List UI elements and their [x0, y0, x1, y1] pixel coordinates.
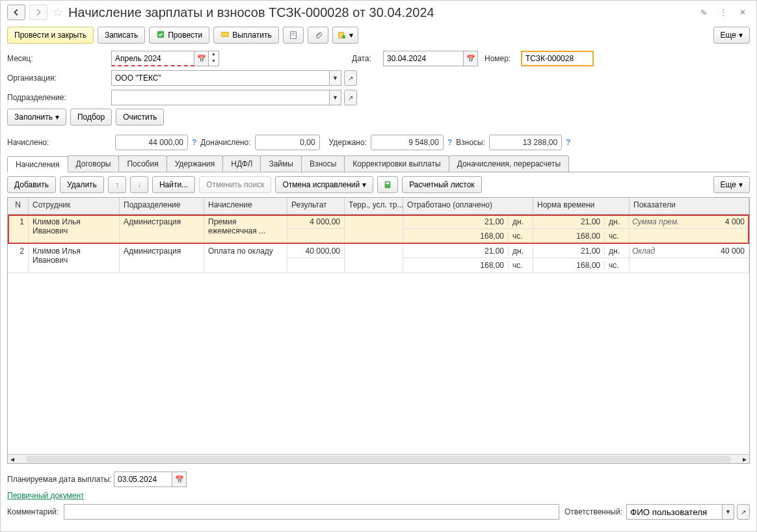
more-menu-icon[interactable]: ⋮ [716, 5, 730, 20]
attach-button[interactable] [308, 27, 328, 44]
comment-input[interactable] [64, 504, 559, 520]
create-based-button[interactable]: ▾ [332, 27, 358, 44]
svg-rect-1 [222, 32, 229, 36]
pay-icon [220, 30, 230, 41]
number-input[interactable] [521, 51, 594, 66]
report-button[interactable] [283, 27, 304, 44]
window-header: ☆ Начисление зарплаты и взносов ТСЗК-000… [1, 1, 756, 24]
dept-select-icon[interactable]: ▼ [330, 90, 341, 105]
withheld-label: Удержано: [329, 138, 367, 147]
planned-date-label: Планируемая дата выплаты: [7, 475, 114, 484]
col-worked[interactable]: Отработано (оплачено) [403, 198, 533, 214]
move-up-button[interactable]: ↑ [108, 176, 126, 193]
org-select-icon[interactable]: ▼ [330, 70, 341, 86]
month-input[interactable] [111, 51, 194, 66]
grid-horizontal-scrollbar[interactable]: ◂ ▸ [8, 454, 749, 463]
col-dept[interactable]: Подразделение [120, 198, 204, 214]
svg-rect-7 [385, 181, 391, 189]
tab-3[interactable]: Удержания [166, 155, 224, 172]
comment-label: Комментарий: [7, 507, 59, 516]
table-row[interactable]: 2Климов Илья ИвановичАдминистрацияОплата… [8, 244, 749, 273]
contrib-value: 13 288,00 [489, 135, 562, 150]
col-n[interactable]: N [8, 198, 29, 214]
date-label: Дата: [352, 54, 383, 63]
month-spinner[interactable]: ▲▼ [209, 51, 219, 66]
contrib-label: Взносы: [456, 138, 485, 147]
tab-0[interactable]: Начисления [7, 156, 68, 172]
org-input[interactable] [111, 70, 330, 86]
withheld-help-icon[interactable]: ? [447, 138, 452, 147]
number-label: Номер: [485, 54, 521, 63]
add-button[interactable]: Добавить [7, 176, 56, 193]
col-accrual[interactable]: Начисление [204, 198, 287, 214]
post-and-close-button[interactable]: Провести и закрыть [7, 27, 94, 44]
cancel-find-button: Отменить поиск [199, 176, 271, 193]
calc-button[interactable] [377, 176, 398, 193]
org-open-icon[interactable]: ↗ [344, 70, 357, 86]
pay-button[interactable]: Выплатить [213, 27, 279, 44]
date-calendar-icon[interactable]: 📅 [464, 51, 478, 66]
responsible-label: Ответственный: [564, 507, 622, 516]
responsible-input[interactable] [626, 504, 723, 520]
tab-4[interactable]: НДФЛ [222, 155, 261, 172]
totals-row: Начислено: 44 000,00 ? Доначислено: 0,00… [1, 133, 756, 152]
close-icon[interactable]: ✕ [736, 5, 750, 20]
toolbar-more-button[interactable]: Еще ▾ [713, 27, 750, 44]
dept-input[interactable] [111, 90, 330, 105]
contrib-help-icon[interactable]: ? [566, 138, 570, 147]
nav-back-button[interactable] [7, 5, 25, 20]
dept-open-icon[interactable]: ↗ [344, 90, 357, 105]
dept-label: Подразделение: [7, 93, 111, 102]
tab-6[interactable]: Взносы [301, 155, 345, 172]
pick-button[interactable]: Подбор [70, 109, 112, 126]
link-icon[interactable] [697, 5, 711, 20]
tab-8[interactable]: Доначисления, перерасчеты [449, 155, 569, 172]
col-norm[interactable]: Норма времени [533, 198, 630, 214]
doaccrued-label: Доначислено: [200, 138, 250, 147]
move-down-button[interactable]: ↓ [130, 176, 148, 193]
accruals-grid: N Сотрудник Подразделение Начисление Рез… [7, 197, 750, 464]
accrued-value: 44 000,00 [115, 135, 188, 150]
tab-5[interactable]: Займы [260, 155, 302, 172]
tab-7[interactable]: Корректировки выплаты [344, 155, 449, 172]
save-button[interactable]: Записать [98, 27, 145, 44]
withheld-value: 9 548,00 [371, 135, 444, 150]
fill-button[interactable]: Заполнить ▾ [7, 109, 66, 126]
grid-toolbar: Добавить Удалить ↑ ↓ Найти... Отменить п… [1, 172, 756, 197]
primary-document-link[interactable]: Первичный документ [7, 491, 85, 500]
date-input[interactable] [383, 51, 464, 66]
grid-more-button[interactable]: Еще ▾ [713, 176, 750, 193]
nav-forward-button[interactable] [29, 5, 47, 20]
month-label: Месяц: [7, 54, 111, 63]
post-icon [156, 30, 165, 41]
delete-button[interactable]: Удалить [60, 176, 104, 193]
table-row[interactable]: 1Климов Илья ИвановичАдминистрацияПремия… [8, 215, 749, 244]
post-button[interactable]: Провести [149, 27, 209, 44]
favorite-star-icon[interactable]: ☆ [53, 5, 63, 20]
col-terr[interactable]: Терр., усл. тр... [345, 198, 403, 214]
responsible-select-icon[interactable]: ▼ [723, 504, 734, 520]
tab-1[interactable]: Договоры [68, 155, 120, 172]
svg-point-6 [342, 35, 345, 38]
planned-date-calendar-icon[interactable]: 📅 [172, 472, 187, 487]
month-calendar-icon[interactable]: 📅 [194, 51, 209, 66]
accrued-label: Начислено: [7, 138, 111, 147]
org-label: Организация: [7, 73, 111, 83]
planned-date-input[interactable] [114, 472, 172, 487]
find-button[interactable]: Найти... [152, 176, 195, 193]
accrued-help-icon[interactable]: ? [192, 138, 196, 147]
col-indicators[interactable]: Показатели [630, 198, 749, 214]
tab-2[interactable]: Пособия [118, 155, 166, 172]
tabs: НачисленияДоговорыПособияУдержанияНДФЛЗа… [7, 155, 750, 172]
clear-button[interactable]: Очистить [116, 109, 164, 126]
svg-rect-8 [386, 183, 390, 185]
page-title: Начисление зарплаты и взносов ТСЗК-00002… [68, 5, 693, 20]
col-employee[interactable]: Сотрудник [29, 198, 120, 214]
cancel-corrections-button[interactable]: Отмена исправлений ▾ [275, 176, 373, 193]
col-result[interactable]: Результат [287, 198, 345, 214]
responsible-open-icon[interactable]: ↗ [737, 504, 750, 520]
doaccrued-value: 0,00 [255, 135, 320, 150]
main-toolbar: Провести и закрыть Записать Провести Вып… [1, 24, 756, 46]
payslip-button[interactable]: Расчетный листок [402, 176, 481, 193]
